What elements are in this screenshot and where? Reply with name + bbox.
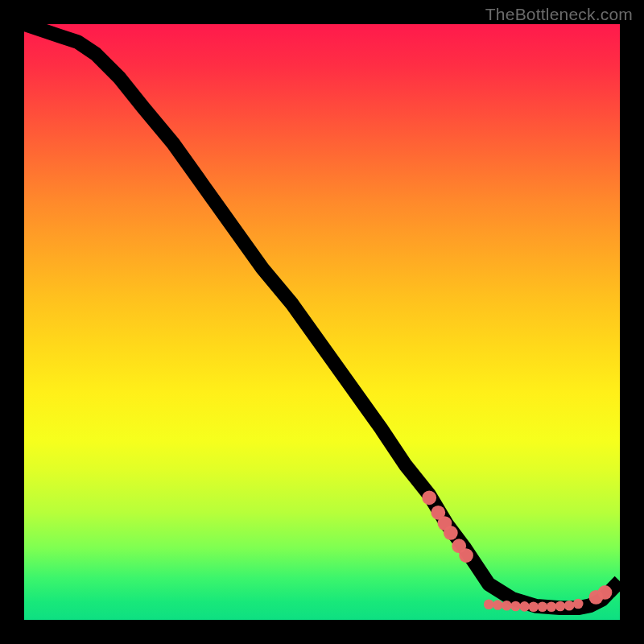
data-marker [598, 585, 613, 600]
chart-stage: TheBottleneck.com [0, 0, 644, 644]
data-marker [573, 599, 584, 609]
data-marker [538, 601, 548, 612]
data-marker [547, 601, 557, 612]
data-marker [493, 600, 503, 610]
data-marker [422, 490, 436, 505]
data-marker [519, 601, 530, 612]
data-marker [444, 526, 458, 540]
data-marker [459, 548, 473, 563]
data-marker [564, 601, 575, 611]
attribution-label: TheBottleneck.com [485, 5, 633, 24]
plot-area [24, 24, 620, 620]
data-marker [484, 599, 494, 609]
data-marker [510, 601, 521, 612]
data-marker [502, 601, 512, 611]
bottleneck-curve [24, 24, 620, 608]
data-marker [555, 601, 566, 612]
plot-svg [24, 24, 620, 620]
data-marker [528, 601, 539, 612]
